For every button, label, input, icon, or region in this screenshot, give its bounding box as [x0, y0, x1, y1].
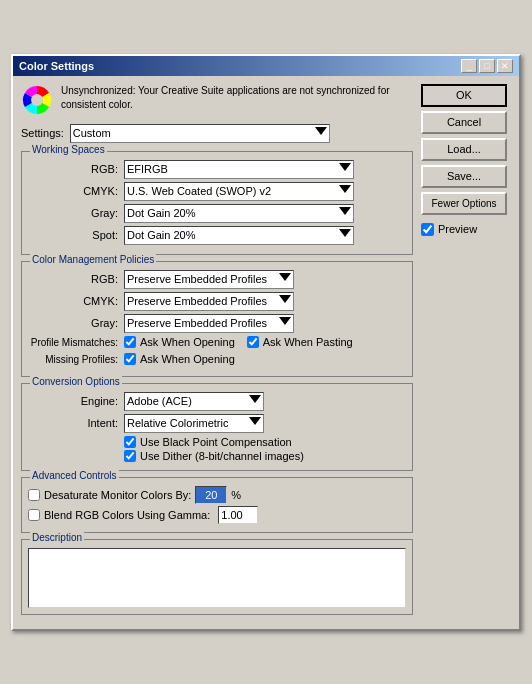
rgb-dropdown[interactable]: EFIRGB: [124, 160, 354, 179]
color-management-group: Color Management Policies RGB: Preserve …: [21, 261, 413, 377]
blend-label: Blend RGB Colors Using Gamma:: [44, 509, 210, 521]
cmyk-label: CMYK:: [28, 185, 118, 197]
description-group: Description: [21, 539, 413, 615]
svg-point-1: [31, 94, 43, 106]
engine-label: Engine:: [28, 395, 118, 407]
advanced-controls-content: Desaturate Monitor Colors By: % Blend RG…: [28, 486, 406, 524]
gamma-input[interactable]: [218, 506, 258, 524]
info-text: Unsynchronized: Your Creative Suite appl…: [61, 84, 409, 112]
ok-button[interactable]: OK: [421, 84, 507, 107]
percent-symbol: %: [231, 489, 241, 501]
cm-cmyk-label: CMYK:: [28, 295, 118, 307]
profile-mismatches-label: Profile Mismatches:: [28, 337, 118, 348]
missing-profiles-row: Missing Profiles: Ask When Opening: [28, 353, 406, 367]
engine-dropdown[interactable]: Adobe (ACE): [124, 392, 264, 411]
dither-checkbox[interactable]: [124, 450, 136, 462]
color-management-content: RGB: Preserve Embedded Profiles CMYK: Pr…: [28, 270, 406, 367]
desaturate-percent-row: %: [195, 486, 241, 504]
cmyk-dropdown[interactable]: U.S. Web Coated (SWOP) v2: [124, 182, 354, 201]
intent-dropdown[interactable]: Relative Colorimetric: [124, 414, 264, 433]
desaturate-input[interactable]: [195, 486, 227, 504]
black-point-checkbox[interactable]: [124, 436, 136, 448]
cm-cmyk-dropdown[interactable]: Preserve Embedded Profiles: [124, 292, 294, 311]
description-title: Description: [30, 532, 84, 543]
missing-profiles-label: Missing Profiles:: [28, 354, 118, 365]
conversion-options-title: Conversion Options: [30, 376, 122, 387]
intent-label: Intent:: [28, 417, 118, 429]
right-panel: OK Cancel Load... Save... Fewer Options …: [421, 84, 511, 621]
spot-row: Spot: Dot Gain 20%: [28, 226, 406, 245]
title-bar-buttons: _ □ ✕: [461, 59, 513, 73]
working-spaces-group: Working Spaces RGB: EFIRGB CMYK: U.S. We…: [21, 151, 413, 255]
cm-cmyk-row: CMYK: Preserve Embedded Profiles: [28, 292, 406, 311]
gray-label: Gray:: [28, 207, 118, 219]
close-button[interactable]: ✕: [497, 59, 513, 73]
advanced-controls-title: Advanced Controls: [30, 470, 119, 481]
settings-label: Settings:: [21, 127, 64, 139]
blend-row: Blend RGB Colors Using Gamma:: [28, 506, 406, 524]
engine-row: Engine: Adobe (ACE): [28, 392, 406, 411]
conversion-options-group: Conversion Options Engine: Adobe (ACE) I…: [21, 383, 413, 471]
cm-gray-dropdown[interactable]: Preserve Embedded Profiles: [124, 314, 294, 333]
color-management-title: Color Management Policies: [30, 254, 156, 265]
working-spaces-content: RGB: EFIRGB CMYK: U.S. Web Coated (SWOP)…: [28, 160, 406, 245]
cmyk-row: CMYK: U.S. Web Coated (SWOP) v2: [28, 182, 406, 201]
title-bar: Color Settings _ □ ✕: [13, 56, 519, 76]
spot-label: Spot:: [28, 229, 118, 241]
rgb-row: RGB: EFIRGB: [28, 160, 406, 179]
dither-row: Use Dither (8-bit/channel images): [124, 450, 406, 462]
black-point-label: Use Black Point Compensation: [140, 436, 292, 448]
profile-mismatches-row: Profile Mismatches: Ask When Opening Ask…: [28, 336, 406, 350]
ask-opening-checkbox[interactable]: [124, 336, 136, 348]
dither-label: Use Dither (8-bit/channel images): [140, 450, 304, 462]
missing-opening-label: Ask When Opening: [140, 353, 235, 365]
cm-rgb-dropdown[interactable]: Preserve Embedded Profiles: [124, 270, 294, 289]
dialog-body: Unsynchronized: Your Creative Suite appl…: [13, 76, 519, 629]
gray-dropdown[interactable]: Dot Gain 20%: [124, 204, 354, 223]
blend-checkbox[interactable]: [28, 509, 40, 521]
ask-opening-label: Ask When Opening: [140, 336, 235, 348]
color-settings-dialog: Color Settings _ □ ✕: [11, 54, 521, 631]
preview-label: Preview: [438, 223, 477, 235]
desaturate-label: Desaturate Monitor Colors By:: [44, 489, 191, 501]
fewer-options-button[interactable]: Fewer Options: [421, 192, 507, 215]
black-point-row: Use Black Point Compensation: [124, 436, 406, 448]
save-button[interactable]: Save...: [421, 165, 507, 188]
window-title: Color Settings: [19, 60, 94, 72]
ask-opening-row: Ask When Opening: [124, 336, 235, 348]
ask-pasting-checkbox[interactable]: [247, 336, 259, 348]
advanced-controls-group: Advanced Controls Desaturate Monitor Col…: [21, 477, 413, 533]
cm-rgb-label: RGB:: [28, 273, 118, 285]
maximize-button[interactable]: □: [479, 59, 495, 73]
spot-dropdown[interactable]: Dot Gain 20%: [124, 226, 354, 245]
load-button[interactable]: Load...: [421, 138, 507, 161]
working-spaces-title: Working Spaces: [30, 144, 107, 155]
cm-gray-row: Gray: Preserve Embedded Profiles: [28, 314, 406, 333]
cm-gray-label: Gray:: [28, 317, 118, 329]
intent-row: Intent: Relative Colorimetric: [28, 414, 406, 433]
ask-pasting-row: Ask When Pasting: [247, 336, 353, 348]
gray-row: Gray: Dot Gain 20%: [28, 204, 406, 223]
ask-pasting-label: Ask When Pasting: [263, 336, 353, 348]
missing-opening-row: Ask When Opening: [124, 353, 235, 365]
conversion-options-content: Engine: Adobe (ACE) Intent: Relative Col…: [28, 392, 406, 462]
settings-dropdown[interactable]: Custom: [70, 124, 330, 143]
preview-checkbox[interactable]: [421, 223, 434, 236]
desaturate-checkbox[interactable]: [28, 489, 40, 501]
cm-rgb-row: RGB: Preserve Embedded Profiles: [28, 270, 406, 289]
preview-row: Preview: [421, 223, 511, 236]
rgb-label: RGB:: [28, 163, 118, 175]
description-box: [28, 548, 406, 608]
missing-opening-checkbox[interactable]: [124, 353, 136, 365]
info-bar: Unsynchronized: Your Creative Suite appl…: [21, 84, 413, 116]
desaturate-row: Desaturate Monitor Colors By: %: [28, 486, 406, 504]
left-panel: Unsynchronized: Your Creative Suite appl…: [21, 84, 413, 621]
minimize-button[interactable]: _: [461, 59, 477, 73]
color-wheel-icon: [21, 84, 53, 116]
cancel-button[interactable]: Cancel: [421, 111, 507, 134]
settings-row: Settings: Custom: [21, 124, 413, 143]
